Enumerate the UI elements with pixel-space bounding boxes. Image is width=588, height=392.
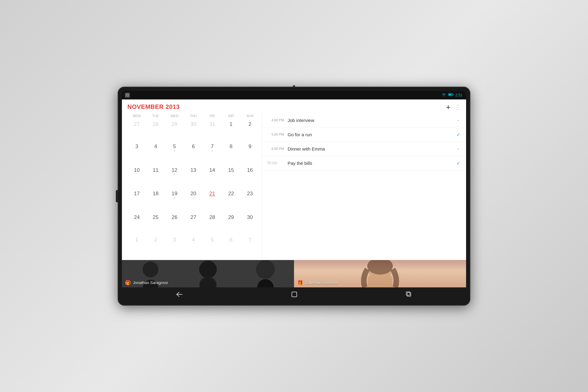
day-number: 6 [230, 237, 232, 243]
calendar-day-16-current[interactable]: 16 [240, 165, 259, 189]
calendar-panel: MON TUE WED THU FRI SAT SUN 272829303112… [122, 113, 262, 260]
calendar-day-6-current[interactable]: 6 [184, 142, 203, 165]
app-header: NOVEMBER 2013 + ⋮ [122, 99, 466, 113]
birthday-name-caterina: Caterina Scorsone [305, 280, 338, 285]
svg-rect-12 [407, 293, 411, 296]
event-time-1: 4:00 PM [267, 118, 284, 122]
day-number: 25 [153, 214, 159, 220]
event-label-1[interactable]: Job interview [288, 118, 451, 123]
day-number: 29 [228, 214, 234, 220]
calendar-day-14-current[interactable]: 14 [203, 165, 222, 189]
agenda-item-2: 5:00 PM Go for a run ✓ [262, 127, 466, 142]
birthday-name-jonathan: Jonathan Saragossi [133, 280, 168, 285]
calendar-day-19-current[interactable]: 19 [165, 189, 184, 213]
calendar-day-3-next[interactable]: 3 [165, 235, 184, 258]
calendar-day-1-current[interactable]: 1 [222, 120, 240, 142]
calendar-day-10-current[interactable]: 10 [127, 165, 146, 189]
birthday-card-caterina[interactable]: 🎁 Caterina Scorsone [294, 260, 466, 287]
day-number: 11 [153, 167, 159, 173]
calendar-day-2-current[interactable]: 2 [240, 120, 259, 142]
day-number: 30 [247, 214, 253, 220]
calendar-day-21-today[interactable]: 21 [203, 189, 222, 213]
day-number: 8 [230, 144, 232, 150]
calendar-day-15-current[interactable]: 15 [222, 165, 240, 189]
calendar-day-31-prev[interactable]: 31 [203, 120, 222, 142]
event-label-3[interactable]: Dinner with Emma [288, 146, 451, 151]
calendar-day-20-current[interactable]: 20 [184, 189, 203, 213]
birthday-overlay-jonathan: 🎁 Jonathan Saragossi [125, 280, 168, 286]
day-number: 3 [173, 237, 176, 243]
calendar-day-5-current[interactable]: 5 [165, 142, 184, 165]
status-bar: 2:51 [122, 91, 466, 99]
day-number: 20 [191, 191, 196, 197]
agenda-item-4: TO DO Pay the bills ✓ [262, 156, 466, 171]
svg-point-5 [204, 267, 212, 276]
day-number: 21 [209, 191, 215, 197]
home-button[interactable] [282, 289, 306, 300]
calendar-day-17-current[interactable]: 17 [127, 189, 146, 213]
calendar-day-3-current[interactable]: 3 [127, 142, 146, 165]
recents-button[interactable] [397, 289, 421, 300]
day-number: 3 [135, 144, 138, 150]
calendar-day-9-current[interactable]: 9 [240, 142, 259, 165]
event-dot [193, 198, 194, 198]
day-number: 28 [153, 121, 159, 127]
calendar-day-4-current[interactable]: 4 [146, 142, 165, 165]
svg-rect-4 [448, 94, 451, 95]
event-label-2[interactable]: Go for a run [288, 132, 451, 137]
day-number: 6 [192, 144, 195, 150]
calendar-day-7-current[interactable]: 7 [203, 142, 222, 165]
calendar-day-29-prev[interactable]: 29 [165, 120, 184, 142]
calendar-day-4-next[interactable]: 4 [184, 235, 203, 258]
calendar-day-27-current[interactable]: 27 [184, 213, 203, 235]
wifi-icon [441, 93, 446, 97]
day-number: 27 [134, 121, 140, 127]
calendar-day-7-next[interactable]: 7 [240, 235, 259, 258]
calendar-day-12-current[interactable]: 12 [165, 165, 184, 189]
calendar-day-26-current[interactable]: 26 [165, 213, 184, 235]
volume-button [116, 190, 118, 202]
calendar-day-28-prev[interactable]: 28 [146, 120, 165, 142]
day-number: 12 [172, 167, 178, 173]
calendar-day-11-current[interactable]: 11 [146, 165, 165, 189]
calendar-day-24-current[interactable]: 24 [127, 213, 146, 235]
event-label-4[interactable]: Pay the bills [288, 161, 451, 166]
calendar-grid[interactable]: 2728293031123456789101112131415161718192… [127, 120, 259, 258]
calendar-day-27-prev[interactable]: 27 [127, 120, 146, 142]
status-right: 2:51 [441, 93, 462, 97]
calendar-day-29-current[interactable]: 29 [222, 213, 240, 235]
calendar-day-30-current[interactable]: 30 [240, 213, 259, 235]
calendar-day-22-current[interactable]: 22 [222, 189, 240, 213]
calendar-day-25-current[interactable]: 25 [146, 213, 165, 235]
day-number: 24 [134, 214, 140, 220]
day-number: 4 [154, 144, 157, 150]
back-button[interactable] [167, 289, 192, 300]
calendar-day-6-next[interactable]: 6 [222, 235, 240, 258]
calendar-day-8-current[interactable]: 8 [222, 142, 240, 165]
calendar-day-5-next[interactable]: 5 [203, 235, 222, 258]
svg-point-6 [199, 277, 216, 287]
gift-icon-jonathan: 🎁 [125, 280, 131, 286]
birthday-card-jonathan[interactable]: 🎁 Jonathan Saragossi [122, 260, 294, 287]
more-options-button[interactable]: ⋮ [455, 104, 461, 110]
calendar-day-23-current[interactable]: 23 [240, 189, 259, 213]
day-number: 31 [209, 121, 215, 127]
calendar-day-1-next[interactable]: 1 [127, 235, 146, 258]
calendar-day-30-prev[interactable]: 30 [184, 120, 203, 142]
agenda-item-3: 6:00 PM Dinner with Emma • [262, 142, 466, 156]
day-number: 30 [191, 121, 196, 127]
calendar-day-28-current[interactable]: 28 [203, 213, 222, 235]
event-time-3: 6:00 PM [267, 147, 284, 151]
calendar-day-13-current[interactable]: 13 [184, 165, 203, 189]
day-number: 1 [135, 237, 138, 243]
status-left [125, 93, 130, 98]
day-number: 15 [228, 167, 234, 173]
calendar-day-2-next[interactable]: 2 [146, 235, 165, 258]
add-event-button[interactable]: + [446, 103, 451, 111]
event-status-4: ✓ [455, 160, 461, 166]
event-time-2: 5:00 PM [267, 133, 284, 136]
calendar-day-18-current[interactable]: 18 [146, 189, 165, 213]
day-number: 9 [248, 144, 251, 150]
tablet-screen: 2:51 NOVEMBER 2013 + ⋮ MON TUE [122, 91, 466, 301]
day-headers: MON TUE WED THU FRI SAT SUN [127, 113, 259, 118]
